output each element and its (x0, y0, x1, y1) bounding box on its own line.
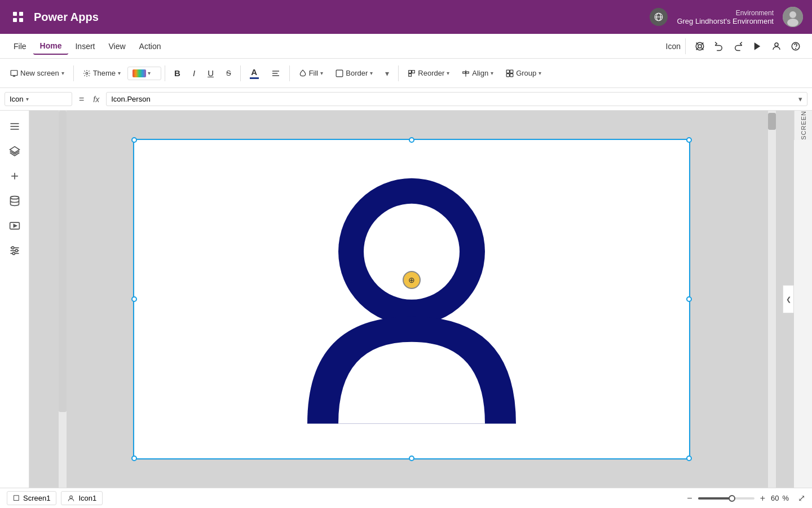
element-selector-chevron: ▾ (26, 96, 29, 102)
text-color-button[interactable]: A (244, 64, 264, 82)
canvas-frame[interactable]: ⊕ (133, 138, 691, 460)
svg-rect-34 (506, 70, 509, 73)
undo-button[interactable] (709, 38, 729, 55)
fill-chevron: ▾ (320, 70, 323, 76)
strikethrough-label: S (226, 69, 231, 77)
sidebar-media-icon[interactable] (3, 214, 26, 237)
formula-input[interactable]: Icon.Person ▾ (106, 92, 807, 106)
fill-label: Fill (309, 69, 319, 77)
svg-rect-32 (463, 72, 466, 73)
screen1-tab[interactable]: ☐ Screen1 (7, 491, 56, 505)
align2-label: Align (472, 69, 488, 77)
align2-chevron: ▾ (491, 70, 493, 76)
svg-rect-2 (13, 18, 17, 22)
play-button[interactable] (748, 38, 767, 55)
equals-sign: = (77, 94, 86, 104)
svg-rect-0 (13, 12, 17, 16)
handle-top-center[interactable] (409, 137, 414, 143)
handle-bottom-center[interactable] (409, 456, 414, 461)
handle-middle-left[interactable] (131, 296, 137, 302)
sidebar-layers-icon[interactable] (3, 140, 26, 163)
svg-rect-3 (19, 18, 23, 22)
formula-bar: Icon ▾ = fx Icon.Person ▾ (0, 88, 812, 111)
sidebar-tree-icon[interactable] (3, 115, 26, 138)
menu-action[interactable]: Action (133, 38, 168, 54)
bottom-bar: ☐ Screen1 Icon1 − + 60 % ⤢ (0, 488, 812, 508)
icon-mode-label: Icon (666, 42, 681, 51)
help-icon[interactable] (786, 38, 805, 55)
support-icon[interactable] (690, 38, 709, 55)
color-swatch-dropdown[interactable]: ▾ (127, 67, 161, 80)
svg-rect-35 (510, 70, 513, 73)
svg-rect-37 (510, 73, 513, 76)
svg-rect-29 (412, 70, 415, 73)
reorder-chevron: ▾ (447, 70, 449, 76)
theme-button[interactable]: Theme ▾ (77, 65, 126, 81)
sidebar-controls-icon[interactable] (3, 239, 26, 262)
app-name: Power Apps (34, 11, 650, 24)
svg-rect-33 (466, 72, 469, 73)
svg-marker-46 (14, 225, 16, 227)
handle-top-right[interactable] (686, 137, 692, 143)
text-color-label: A (251, 67, 257, 77)
svg-rect-30 (409, 73, 412, 76)
formula-expand-icon[interactable]: ▾ (798, 95, 802, 103)
user-settings-icon[interactable] (767, 38, 786, 55)
menu-bar: File Home Insert View Action Icon (0, 34, 812, 59)
zoom-in-button[interactable]: + (758, 493, 767, 503)
theme-chevron: ▾ (118, 70, 121, 76)
handle-bottom-right[interactable] (686, 456, 692, 461)
border-button[interactable]: Border ▾ (330, 65, 378, 81)
handle-middle-right[interactable] (686, 296, 692, 302)
fx-label[interactable]: fx (91, 95, 102, 104)
element-selector[interactable]: Icon ▾ (5, 92, 72, 106)
strikethrough-button[interactable]: S (220, 65, 237, 81)
new-screen-chevron: ▾ (61, 70, 64, 76)
user-avatar[interactable] (783, 7, 803, 27)
handle-bottom-left[interactable] (131, 456, 137, 461)
more-options-button[interactable]: ▾ (379, 65, 395, 81)
screen1-icon: ☐ (13, 494, 20, 502)
main-layout: ⊕ ❮ SCREEN (0, 111, 812, 488)
bold-button[interactable]: B (169, 65, 186, 81)
underline-button[interactable]: U (202, 65, 219, 81)
apps-grid-icon[interactable] (9, 8, 27, 26)
zoom-slider[interactable] (698, 497, 754, 500)
svg-point-23 (86, 72, 88, 75)
menu-view[interactable]: View (102, 38, 132, 54)
fullscreen-button[interactable]: ⤢ (798, 493, 805, 503)
handle-top-left[interactable] (131, 137, 137, 143)
reorder-button[interactable]: Reorder ▾ (402, 65, 455, 81)
sidebar-data-icon[interactable] (3, 190, 26, 212)
screen1-label: Screen1 (23, 494, 50, 502)
menu-insert[interactable]: Insert (68, 38, 102, 54)
environment-icon (650, 8, 668, 26)
svg-point-8 (789, 11, 796, 18)
svg-rect-36 (506, 73, 509, 76)
icon1-tab[interactable]: Icon1 (61, 491, 103, 505)
icon1-label: Icon1 (78, 494, 96, 502)
title-bar-right: Environment Greg Lindhorst's Environment (650, 7, 803, 27)
redo-button[interactable] (729, 38, 748, 55)
align-button[interactable] (266, 65, 286, 81)
border-label: Border (346, 69, 368, 77)
new-screen-label: New screen (20, 69, 59, 77)
svg-rect-20 (11, 70, 17, 75)
italic-button[interactable]: I (187, 65, 201, 81)
panel-toggle-button[interactable]: ❮ (783, 285, 794, 313)
italic-label: I (193, 68, 195, 78)
fill-button[interactable]: Fill ▾ (293, 65, 329, 81)
group-label: Group (516, 69, 536, 77)
menu-file[interactable]: File (7, 38, 33, 54)
new-screen-button[interactable]: New screen ▾ (5, 65, 70, 81)
zoom-out-button[interactable]: − (685, 493, 694, 503)
menu-home[interactable]: Home (33, 38, 69, 55)
more-chevron: ▾ (385, 69, 389, 78)
environment-name: Greg Lindhorst's Environment (677, 17, 774, 25)
element-selector-value: Icon (10, 95, 24, 103)
canvas-area[interactable]: ⊕ (29, 111, 794, 488)
align2-button[interactable]: Align ▾ (456, 65, 499, 81)
environment-info: Environment Greg Lindhorst's Environment (677, 9, 774, 25)
sidebar-add-icon[interactable] (3, 165, 26, 187)
group-button[interactable]: Group ▾ (500, 65, 547, 81)
